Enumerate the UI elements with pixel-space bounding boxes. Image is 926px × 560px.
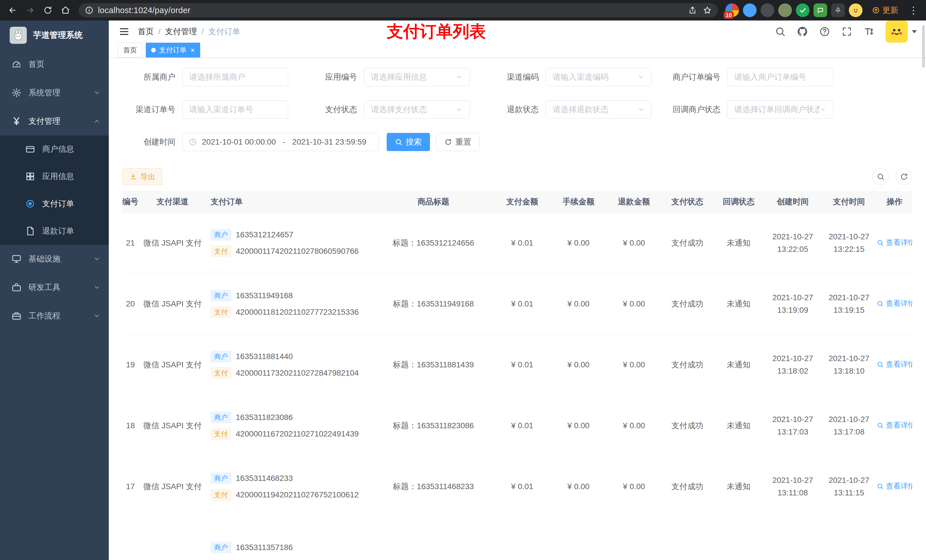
tab-home[interactable]: 首页	[118, 43, 142, 57]
refund-amount: ¥ 0.00	[606, 421, 662, 430]
address-bar[interactable]: localhost:1024/pay/order	[79, 3, 718, 17]
pay-status-select[interactable]: 请选择支付状态	[364, 100, 470, 119]
orders-table: 编号 支付渠道 支付订单 商品标题 支付金额 手续金额 退款金额 支付状态 回调…	[123, 191, 912, 560]
app-select[interactable]: 请选择应用信息	[364, 68, 470, 86]
breadcrumb-home[interactable]: 首页	[138, 26, 154, 37]
create-date: 2021-10-27	[764, 231, 821, 243]
fullscreen-icon[interactable]	[841, 26, 853, 37]
notify-status-select[interactable]: 请选择订单回调商户状态	[727, 100, 833, 119]
merchant-input[interactable]	[182, 68, 288, 86]
merchant-tag: 商户	[211, 472, 231, 484]
fee-amount: ¥ 0.00	[551, 482, 606, 491]
channel-order-no-input[interactable]	[182, 100, 288, 119]
filter-row-3: 创建时间 2021-10-01 00:00:00 - 2021-10-31 23…	[123, 133, 912, 151]
browser-home-button[interactable]	[58, 3, 73, 18]
extension-badge: 10	[723, 11, 734, 19]
extension-emoji-icon[interactable]	[849, 3, 862, 17]
browser-forward-button[interactable]	[23, 3, 38, 18]
pay-channel: 微信 JSAPI 支付	[138, 481, 207, 492]
extension-pin-icon[interactable]	[831, 3, 845, 17]
sidebar-item-payment[interactable]: 支付管理	[0, 107, 109, 136]
table-header: 编号 支付渠道 支付订单 商品标题 支付金额 手续金额 退款金额 支付状态 回调…	[123, 191, 912, 213]
page-scrollbar[interactable]	[922, 25, 925, 68]
tab-close-icon[interactable]: ×	[191, 46, 195, 54]
breadcrumb-payment[interactable]: 支付管理	[165, 26, 197, 37]
sidebar-item-workflow[interactable]: 工作流程	[0, 302, 109, 330]
pay-status: 支付成功	[662, 299, 713, 309]
bookmark-star-icon[interactable]	[703, 6, 711, 15]
sidebar-item-refund-order[interactable]: 退款订单	[0, 217, 109, 245]
sidebar-toggle-icon[interactable]	[118, 25, 130, 38]
view-detail-link[interactable]: 查看详情	[877, 481, 912, 491]
view-detail-label: 查看详情	[886, 299, 912, 308]
chevron-down-icon	[94, 255, 100, 263]
reset-button[interactable]: 重置	[436, 133, 480, 151]
view-detail-link[interactable]: 查看详情	[877, 238, 912, 248]
active-tab-dot	[151, 48, 156, 52]
sidebar-item-system[interactable]: 系统管理	[0, 78, 109, 107]
merchant-order-no-input[interactable]	[727, 68, 833, 86]
user-menu[interactable]	[885, 21, 917, 43]
order-id: 19	[123, 360, 138, 369]
app-logo[interactable]: 芋道管理系统	[0, 21, 109, 50]
filter-row-1: 所属商户 应用编号 请选择应用信息 渠道编码 请输入渠道编码	[123, 68, 912, 86]
product-title: 标题：1635311881439	[373, 359, 494, 370]
yen-icon	[11, 116, 22, 126]
browser-menu-icon[interactable]: ⋮	[906, 5, 921, 16]
sidebar-item-dev-tools[interactable]: 研发工具	[0, 273, 109, 302]
sidebar-item-app-info[interactable]: 应用信息	[0, 163, 109, 190]
help-icon[interactable]	[819, 26, 830, 37]
sidebar-item-infra[interactable]: 基础设施	[0, 245, 109, 273]
view-detail-link[interactable]: 查看详情	[877, 299, 912, 308]
refund-amount: ¥ 0.00	[606, 360, 662, 369]
date-range-picker[interactable]: 2021-10-01 00:00:00 - 2021-10-31 23:59:5…	[182, 133, 379, 151]
pay-order-cell: 商户 1635311357186 支付	[211, 542, 373, 553]
font-size-icon[interactable]	[863, 26, 875, 37]
create-time: 13:22:05	[764, 243, 821, 255]
extension-chat-icon[interactable]	[814, 3, 827, 17]
notify-status: 未通知	[713, 481, 764, 492]
target-icon	[25, 199, 35, 209]
pay-tag: 支付	[211, 306, 231, 318]
browser-reload-button[interactable]	[41, 3, 55, 18]
sidebar-item-home[interactable]: 首页	[0, 50, 109, 78]
pay-date: 2021-10-27	[821, 413, 877, 426]
filter-channel-order-no: 渠道订单号	[123, 100, 288, 119]
share-icon[interactable]	[688, 6, 697, 15]
pay-status: 支付成功	[662, 481, 713, 492]
extension-blue-icon[interactable]	[743, 3, 757, 17]
table-row: 18 微信 JSAPI 支付 商户 1635311823086 支付 42000…	[123, 395, 912, 456]
pay-date: 2021-10-27	[821, 474, 877, 486]
extension-colorful-icon[interactable]: 10	[725, 3, 739, 17]
extension-dark-icon[interactable]	[761, 3, 774, 17]
url-text: localhost:1024/pay/order	[98, 6, 191, 15]
site-info-icon[interactable]	[85, 6, 94, 15]
view-detail-link[interactable]: 查看详情	[877, 420, 912, 430]
view-detail-link[interactable]: 查看详情	[877, 359, 912, 369]
table-row: 19 微信 JSAPI 支付 商户 1635311881440 支付 42000…	[123, 334, 912, 395]
extension-olive-icon[interactable]	[778, 3, 792, 17]
notify-status: 未通知	[713, 359, 764, 370]
sidebar-item-merchant-info[interactable]: 商户信息	[0, 136, 109, 163]
filter-create-time: 创建时间 2021-10-01 00:00:00 - 2021-10-31 23…	[123, 133, 379, 151]
browser-update-button[interactable]: 更新	[867, 3, 903, 18]
sidebar-item-pay-order[interactable]: 支付订单	[0, 190, 109, 217]
search-icon[interactable]	[775, 26, 786, 37]
channel-code-select[interactable]: 请输入渠道编码	[546, 68, 652, 86]
refresh-table-button[interactable]	[896, 169, 912, 185]
tab-pay-order[interactable]: 支付订单 ×	[146, 43, 200, 57]
export-button[interactable]: 导出	[123, 168, 162, 185]
product-title: 标题：1635312124656	[373, 238, 494, 248]
order-id: 20	[123, 299, 138, 308]
browser-back-button[interactable]	[5, 3, 20, 18]
notify-status: 未通知	[713, 420, 764, 431]
merchant-order-no: 1635311468233	[236, 474, 293, 483]
refund-status-select[interactable]: 请选择退款状态	[546, 100, 652, 119]
order-id: 18	[123, 421, 138, 430]
search-button[interactable]: 搜索	[387, 133, 430, 151]
extension-check-icon[interactable]	[796, 3, 809, 17]
toggle-search-button[interactable]	[873, 169, 889, 185]
github-icon[interactable]	[797, 26, 808, 37]
pay-time: 13:17:08	[821, 426, 877, 438]
card-icon	[25, 144, 35, 154]
